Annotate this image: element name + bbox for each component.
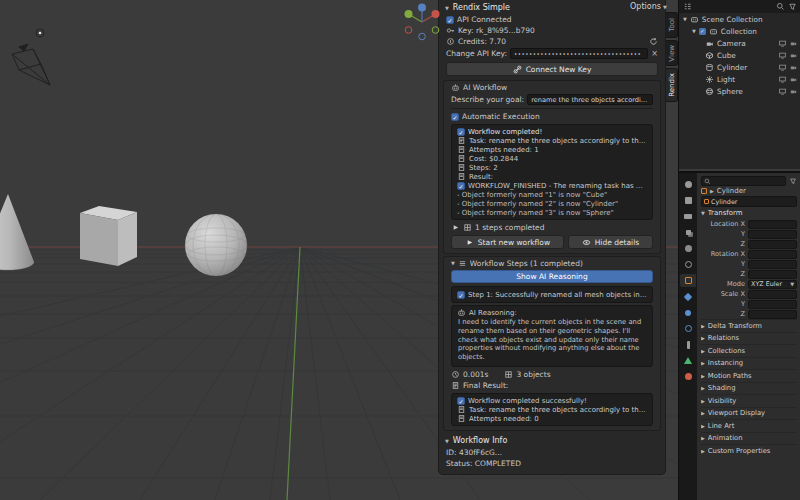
hide-in-viewport-icon[interactable]	[778, 51, 787, 60]
properties-tab-output-icon[interactable]	[680, 210, 696, 223]
sidebar-tab-rendix[interactable]: Rendix	[666, 68, 678, 102]
cube-object[interactable]	[80, 206, 137, 266]
section-viewport-display[interactable]: ▶Viewport Display	[701, 407, 797, 420]
result-summary-checkbox[interactable]: ✓	[457, 182, 465, 190]
filter-icon[interactable]	[788, 2, 797, 11]
camera-object[interactable]	[12, 44, 50, 85]
section-shading[interactable]: ▶Shading	[701, 382, 797, 395]
clear-key-icon[interactable]: ×	[651, 49, 658, 58]
location-z-field[interactable]	[748, 240, 797, 249]
section-collections[interactable]: ▶Collections	[701, 344, 797, 357]
search-icon[interactable]	[776, 2, 785, 11]
light-object[interactable]	[36, 29, 44, 37]
section-line-art[interactable]: ▶Line Art	[701, 419, 797, 432]
section-animation[interactable]: ▶Animation	[701, 432, 797, 445]
filter-icon[interactable]	[789, 177, 797, 185]
axis-y-green	[287, 247, 300, 500]
properties-tab-object-data-icon[interactable]	[680, 354, 696, 367]
rotation-x-field[interactable]	[748, 250, 797, 259]
scale-y-field[interactable]	[748, 300, 797, 309]
disable-in-render-icon[interactable]	[789, 51, 798, 60]
hide-in-viewport-icon[interactable]	[778, 63, 787, 72]
properties-tab-viewlayer-icon[interactable]	[680, 226, 696, 239]
scale-x-field[interactable]	[748, 290, 797, 299]
steps-completed-label: 1 steps completed	[475, 223, 653, 232]
ai-workflow-header[interactable]: AI Workflow	[444, 81, 660, 93]
api-connected-row: ✓ API Connected	[439, 14, 665, 25]
disable-in-render-icon[interactable]	[789, 75, 798, 84]
workflow-steps-header[interactable]: ▼ Workflow Steps (1 completed)	[444, 257, 660, 269]
connect-new-key-button[interactable]: Connect New Key	[446, 62, 658, 76]
section-custom-properties[interactable]: ▶Custom Properties	[701, 444, 797, 457]
section-relations[interactable]: ▶Relations	[701, 332, 797, 345]
hide-in-viewport-icon[interactable]	[778, 87, 787, 96]
properties-tab-material-icon[interactable]	[680, 370, 696, 383]
outliner-row-light[interactable]: Light	[679, 73, 800, 85]
outliner-row-cube[interactable]: Cube	[679, 49, 800, 61]
viewport-options-button[interactable]: Options ▼	[630, 2, 667, 11]
disable-in-render-icon[interactable]	[789, 39, 798, 48]
rotation-mode-dropdown[interactable]: XYZ Euler ▼	[748, 280, 797, 289]
hide-in-viewport-icon[interactable]	[778, 39, 787, 48]
properties-tab-scene-icon[interactable]	[680, 242, 696, 255]
transform-panel-header[interactable]: ▼ Transform	[701, 207, 797, 219]
steps-row: Steps: 2	[452, 163, 652, 172]
properties-search-input[interactable]	[701, 176, 786, 186]
rotation-z-field[interactable]	[748, 270, 797, 279]
outliner-editor-icon[interactable]	[683, 2, 692, 11]
section-delta-transform[interactable]: ▶Delta Transform	[701, 319, 797, 332]
rotation-mode-label: Mode	[701, 280, 745, 288]
refresh-credits-icon[interactable]	[649, 37, 658, 46]
properties-tab-constraints-icon[interactable]	[680, 338, 696, 351]
properties-tab-render-icon[interactable]	[680, 194, 696, 207]
sidebar-tab-view[interactable]: View	[666, 40, 678, 66]
api-connected-checkbox[interactable]: ✓	[446, 16, 454, 24]
viewport-navigation-gizmo[interactable]	[398, 1, 442, 47]
show-ai-reasoning-button[interactable]: Show AI Reasoning	[451, 270, 653, 283]
properties-tab-particles-icon[interactable]	[680, 306, 696, 319]
chevron-down-icon[interactable]: ▼	[692, 28, 696, 34]
location-x-field[interactable]	[748, 220, 797, 229]
properties-tab-modifiers-icon[interactable]	[680, 290, 696, 303]
scale-z-field[interactable]	[748, 310, 797, 319]
rotation-y-field[interactable]	[748, 260, 797, 269]
step1-checkbox[interactable]: ✓	[457, 291, 465, 299]
properties-tab-physics-icon[interactable]	[680, 322, 696, 335]
final-success-checkbox[interactable]: ✓	[457, 397, 465, 405]
workflow-actions-row: Start new workflow Hide details	[444, 233, 660, 251]
workflow-info-header[interactable]: ▼ Workflow Info	[439, 433, 665, 447]
disable-in-render-icon[interactable]	[789, 87, 798, 96]
workflow-completed-checkbox[interactable]: ✓	[457, 128, 465, 136]
light-icon	[705, 75, 714, 84]
cone-object[interactable]	[0, 194, 34, 270]
properties-tab-object-icon[interactable]	[680, 274, 696, 287]
outliner-row-collection[interactable]: ▼ ✓ Collection	[679, 25, 800, 37]
api-key-input[interactable]: ••••••••••••••••••••••••••••••••••	[510, 48, 648, 59]
section-visibility[interactable]: ▶Visibility	[701, 394, 797, 407]
goal-input[interactable]	[527, 94, 653, 105]
properties-tab-world-icon[interactable]	[680, 258, 696, 271]
collection-checkbox[interactable]: ✓	[699, 28, 706, 35]
section-instancing[interactable]: ▶Instancing	[701, 357, 797, 370]
auto-execution-checkbox[interactable]: ✓	[451, 113, 459, 121]
outliner-row-sphere[interactable]: Sphere	[679, 85, 800, 97]
sphere-object[interactable]	[185, 214, 247, 276]
outliner-row-cylinder[interactable]: Cylinder	[679, 61, 800, 73]
sidebar-tab-tool[interactable]: Tool	[666, 12, 678, 38]
outliner-row-camera[interactable]: Camera	[679, 37, 800, 49]
hide-details-button[interactable]: Hide details	[568, 235, 653, 249]
objects-count-label: 3 objects	[516, 370, 550, 379]
section-motion-paths[interactable]: ▶Motion Paths	[701, 369, 797, 382]
hide-in-viewport-icon[interactable]	[778, 75, 787, 84]
transform-row-rotation-x: Rotation X	[701, 249, 797, 259]
properties-tab-tool-icon[interactable]	[680, 178, 696, 191]
disable-in-render-icon[interactable]	[789, 63, 798, 72]
chevron-down-icon[interactable]: ▼	[683, 16, 687, 22]
object-name-field[interactable]: Cylinder	[701, 196, 797, 207]
start-new-workflow-button[interactable]: Start new workflow	[451, 235, 564, 249]
location-y-field[interactable]	[748, 230, 797, 239]
3d-viewport[interactable]: Options ▼ ▼ Rendix Simple ✓ API Connecte…	[0, 0, 678, 500]
outliner-row-scene-collection[interactable]: ▼ Scene Collection	[679, 13, 800, 25]
document-icon	[451, 381, 460, 390]
ai-workflow-title: AI Workflow	[463, 83, 653, 92]
